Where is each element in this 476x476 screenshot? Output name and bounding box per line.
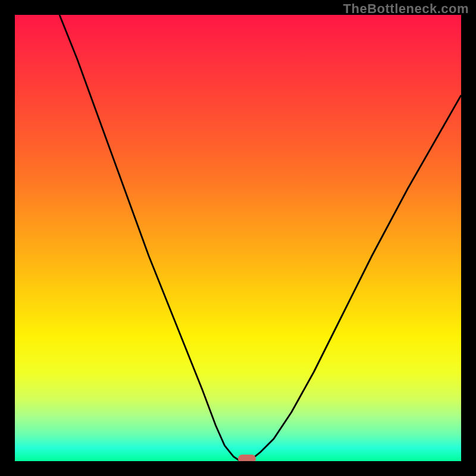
curve-layer bbox=[15, 15, 461, 461]
plot-area bbox=[15, 15, 461, 461]
minimum-marker bbox=[238, 455, 256, 461]
watermark-text: TheBottleneck.com bbox=[343, 1, 469, 17]
left-curve bbox=[60, 15, 240, 461]
chart-frame: TheBottleneck.com bbox=[0, 0, 476, 476]
right-curve bbox=[249, 95, 461, 461]
